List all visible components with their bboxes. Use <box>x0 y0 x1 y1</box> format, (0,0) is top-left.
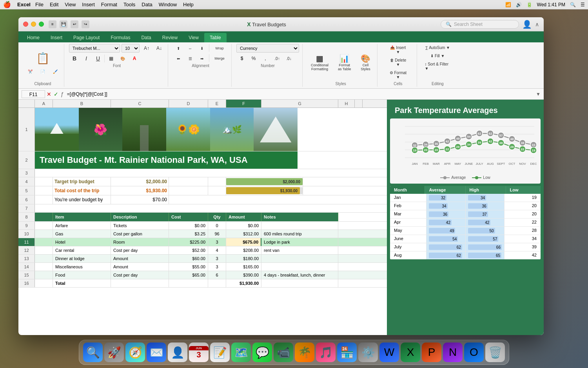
cell-g14[interactable] <box>261 263 338 271</box>
tab-review[interactable]: Review <box>157 33 183 42</box>
confirm-formula-button[interactable]: ✓ <box>54 91 58 97</box>
dock-maps[interactable]: 🗺️ <box>231 342 251 362</box>
close-button[interactable] <box>23 22 28 27</box>
row-header-14[interactable]: 14 <box>18 263 35 271</box>
font-size-selector[interactable]: 10 <box>122 44 140 53</box>
apple-menu[interactable]: 🍎 <box>3 1 11 8</box>
menu-insert[interactable]: Insert <box>82 2 95 7</box>
row-header-9[interactable]: 9 <box>18 222 35 230</box>
cell-b9[interactable]: Airfare <box>53 222 111 230</box>
cell-styles-button[interactable]: 🎨 CellStyles <box>357 52 374 73</box>
cell-c13[interactable]: Amount <box>111 255 169 262</box>
dock-appstore[interactable]: 🏪 <box>337 342 357 362</box>
dock-messages[interactable]: 💬 <box>252 342 272 362</box>
dock-settings[interactable]: ⚙️ <box>358 342 378 362</box>
dock-reminders[interactable]: 📝 <box>210 342 230 362</box>
font-color-button[interactable]: A <box>129 54 140 63</box>
minimize-button[interactable] <box>31 22 36 27</box>
cell-e15[interactable]: 6 <box>208 271 226 279</box>
row-header-5[interactable]: 5 <box>18 186 35 195</box>
menu-view[interactable]: View <box>65 2 76 7</box>
copy-button[interactable]: 📄 <box>37 68 48 75</box>
cell-f9[interactable]: $0.00 <box>226 222 261 230</box>
menu-data[interactable]: Data <box>142 2 152 7</box>
cell-e9[interactable]: 0 <box>208 222 226 230</box>
temp-row-feb[interactable]: Feb 34 36 20 <box>390 202 541 210</box>
formula-expand-button[interactable]: ▼ <box>536 91 541 97</box>
percent-button[interactable]: % <box>248 54 259 63</box>
th-item[interactable]: Item <box>53 213 111 221</box>
align-right-button[interactable]: ➡ <box>196 54 207 63</box>
row-header-4[interactable]: 4 <box>18 177 35 186</box>
cell-f10[interactable]: $312.00 <box>226 230 261 238</box>
total-cost-value[interactable]: $1,930.00 <box>111 186 169 195</box>
redo-button[interactable]: ↪ <box>82 20 89 28</box>
cell-g13[interactable] <box>261 255 338 262</box>
cell-e13[interactable]: 3 <box>208 255 226 262</box>
cell-g9[interactable] <box>261 222 338 230</box>
row-header-1[interactable]: 1 <box>18 108 35 151</box>
tab-data[interactable]: Data <box>136 33 156 42</box>
col-header-f[interactable]: F <box>226 100 261 107</box>
col-header-c[interactable]: C <box>111 100 169 107</box>
row-header-3[interactable]: 3 <box>18 169 35 177</box>
sum-button[interactable]: ∑ AutoSum ▼ <box>422 44 453 51</box>
col-header-g[interactable]: G <box>261 100 338 107</box>
cell-g15[interactable]: 4 days - breakfast, lunch, dinner <box>261 271 338 279</box>
border-button[interactable]: ▦ <box>105 54 116 63</box>
temp-row-july[interactable]: July 62 66 39 <box>390 243 541 251</box>
align-middle-button[interactable]: ↔ <box>185 44 196 53</box>
col-header-b[interactable]: B <box>53 100 111 107</box>
save-button[interactable]: 💾 <box>60 20 67 28</box>
cell-e11[interactable]: 3 <box>208 238 226 246</box>
row-header-13[interactable]: 13 <box>18 255 35 262</box>
total-progress-bar-cell[interactable]: $1,930.00 <box>226 186 303 195</box>
menu-file[interactable]: File <box>35 2 44 7</box>
cell-c14[interactable]: Amount <box>111 263 169 271</box>
number-format-selector[interactable]: Currency <box>236 44 299 53</box>
row-header-16[interactable]: 16 <box>18 279 35 287</box>
align-left-button[interactable]: ⬅ <box>173 54 184 63</box>
font-name-selector[interactable]: Trebuchet M... <box>69 44 120 53</box>
cell-d15[interactable]: $65.00 <box>169 271 208 279</box>
collapse-ribbon[interactable]: ∧ <box>535 21 539 27</box>
align-top-button[interactable]: ⬆ <box>173 44 184 53</box>
dock-calendar[interactable]: JUN3 <box>189 342 209 362</box>
user-icon[interactable]: 👤 <box>522 20 532 29</box>
row-header-6[interactable]: 6 <box>18 195 35 204</box>
row-header-8[interactable]: 8 <box>18 213 35 221</box>
menu-tools[interactable]: Tools <box>123 2 135 7</box>
increase-font-button[interactable]: A↑ <box>141 44 152 52</box>
dock-mail[interactable]: ✉️ <box>147 342 166 362</box>
undo-button[interactable]: ↩ <box>71 20 78 28</box>
cell-e10[interactable]: 96 <box>208 230 226 238</box>
cell-c11[interactable]: Room <box>111 238 169 246</box>
cell-d12[interactable]: $52.00 <box>169 246 208 254</box>
menu-window[interactable]: Window <box>159 2 177 7</box>
align-bottom-button[interactable]: ⬇ <box>196 44 207 53</box>
fill-button[interactable]: ⬇ Fill ▼ <box>422 52 453 60</box>
dock-outlook[interactable]: O <box>464 342 484 362</box>
dock-word[interactable]: W <box>379 342 399 362</box>
search-icon[interactable]: 🔍 <box>570 2 576 7</box>
sidebar-toggle[interactable]: ≡ <box>49 20 56 28</box>
cell-d10[interactable]: $3.25 <box>169 230 208 238</box>
title-cell[interactable]: Travel Budget - Mt. Rainier National Par… <box>35 151 298 169</box>
row-header-12[interactable]: 12 <box>18 246 35 254</box>
tab-formulas[interactable]: Formulas <box>105 33 136 42</box>
dock-facetime[interactable]: 📹 <box>274 342 293 362</box>
fill-color-button[interactable]: 🎨 <box>117 54 128 63</box>
paste-button[interactable]: 📋 <box>34 50 51 67</box>
menu-help[interactable]: Help <box>183 2 194 7</box>
temp-row-june[interactable]: June 54 57 34 <box>390 235 541 243</box>
formula-input[interactable] <box>65 90 534 98</box>
decrease-font-button[interactable]: A↓ <box>154 44 165 52</box>
cut-button[interactable]: ✂️ <box>25 68 36 75</box>
th-qty[interactable]: Qty <box>208 213 226 221</box>
cell-d9[interactable]: $0.00 <box>169 222 208 230</box>
temp-row-aug[interactable]: Aug 62 65 42 <box>390 251 541 259</box>
cell-b10[interactable]: Gas <box>53 230 111 238</box>
row-header-7[interactable]: 7 <box>18 204 35 212</box>
cell-c9[interactable]: Tickets <box>111 222 169 230</box>
menu-edit[interactable]: Edit <box>50 2 58 7</box>
